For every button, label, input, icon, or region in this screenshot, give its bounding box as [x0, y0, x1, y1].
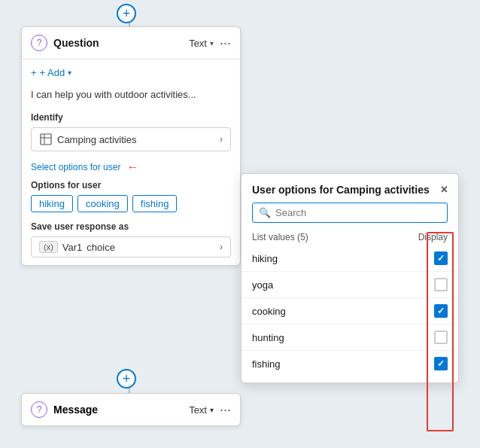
- identify-row[interactable]: Camping activities ›: [31, 127, 231, 151]
- chevron-right-icon: ›: [220, 134, 223, 145]
- options-label: Options for user: [31, 180, 231, 190]
- message-card-icon: ?: [31, 401, 47, 418]
- more-options-button[interactable]: ···: [220, 36, 231, 50]
- identify-inner: Camping activities: [39, 133, 137, 146]
- identify-label: Identify: [31, 112, 231, 123]
- checkbox-yoga[interactable]: [434, 278, 448, 291]
- add-icon: +: [31, 67, 37, 78]
- svg-rect-0: [41, 134, 51, 145]
- card-header: ? Question Text ▾ ···: [22, 27, 240, 59]
- options-tags: hiking cooking fishing: [31, 195, 231, 212]
- item-name-hiking: hiking: [252, 253, 278, 264]
- message-type-label: Text: [189, 404, 207, 416]
- close-button[interactable]: ×: [441, 183, 448, 197]
- checkbox-fishing[interactable]: ✓: [434, 357, 448, 370]
- var-name: Var1: [62, 242, 83, 253]
- display-label: Display: [418, 232, 448, 242]
- checkmark-icon: ✓: [437, 253, 445, 264]
- checkbox-hiking[interactable]: ✓: [434, 251, 448, 265]
- item-name-hunting: hunting: [252, 332, 284, 343]
- add-chevron-icon: ▾: [68, 69, 71, 77]
- add-button-bottom[interactable]: +: [117, 369, 136, 389]
- plus-icon-top: +: [123, 6, 131, 22]
- checkbox-hunting[interactable]: [434, 331, 448, 344]
- item-name-fishing: fishing: [252, 358, 281, 370]
- search-box[interactable]: 🔍: [252, 203, 448, 223]
- card-header-left: ? Question: [31, 35, 99, 51]
- search-input[interactable]: [275, 207, 441, 218]
- card-body: + + Add ▾ I can help you with outdoor ac…: [22, 59, 240, 265]
- var-badge: (x): [39, 241, 58, 253]
- list-item: fishing ✓: [242, 351, 458, 376]
- save-row[interactable]: (x) Var1 choice ›: [31, 236, 231, 258]
- message-type-selector[interactable]: Text ▾: [189, 404, 214, 416]
- message-more-button[interactable]: ···: [220, 403, 231, 416]
- popup-header: User options for Camping activities ×: [242, 174, 458, 203]
- message-text: I can help you with outdoor activities..…: [31, 86, 231, 103]
- identify-value: Camping activities: [57, 134, 137, 145]
- save-label: Save user response as: [31, 221, 231, 232]
- user-options-popup: User options for Camping activities × 🔍 …: [241, 173, 459, 383]
- message-card: ? Message Text ▾ ···: [21, 393, 241, 426]
- card-type-label: Text: [189, 38, 207, 49]
- popup-title: User options for Camping activities: [252, 184, 430, 196]
- chevron-right-save-icon: ›: [220, 242, 223, 252]
- add-label: + Add: [40, 67, 65, 78]
- list-items: hiking ✓ yoga cooking ✓ hunting: [242, 245, 458, 382]
- question-card: ? Question Text ▾ ··· + + Add ▾ I can he…: [21, 26, 241, 266]
- tag-fishing[interactable]: fishing: [132, 195, 178, 212]
- tag-hiking[interactable]: hiking: [31, 195, 73, 212]
- add-button-top[interactable]: +: [117, 4, 136, 23]
- message-chevron-down-icon: ▾: [210, 406, 214, 414]
- list-item: hiking ✓: [242, 245, 458, 272]
- red-arrow-icon: ←: [126, 160, 138, 174]
- tag-cooking[interactable]: cooking: [77, 195, 128, 212]
- item-name-cooking: cooking: [252, 306, 286, 317]
- message-card-title: Message: [53, 404, 183, 416]
- list-item: hunting: [242, 325, 458, 351]
- list-header: List values (5) Display: [242, 229, 458, 245]
- card-title: Question: [53, 37, 99, 49]
- chevron-down-icon: ▾: [210, 39, 214, 47]
- list-count-label: List values (5): [252, 232, 308, 242]
- card-type-selector[interactable]: Text ▾: [189, 38, 214, 49]
- save-inner: (x) Var1 choice: [39, 241, 115, 253]
- list-item: yoga: [242, 272, 458, 298]
- question-icon: ?: [31, 35, 47, 51]
- select-options-link[interactable]: Select options for user ←: [31, 160, 231, 174]
- list-item: cooking ✓: [242, 298, 458, 325]
- checkmark-icon: ✓: [437, 358, 445, 369]
- save-choice: choice: [87, 242, 115, 253]
- select-link-text: Select options for user: [31, 162, 120, 172]
- plus-icon-bottom: +: [123, 371, 131, 387]
- add-button[interactable]: + + Add ▾: [31, 67, 231, 78]
- checkbox-cooking[interactable]: ✓: [434, 304, 448, 318]
- item-name-yoga: yoga: [252, 279, 273, 291]
- checkmark-icon: ✓: [437, 306, 445, 316]
- search-icon: 🔍: [259, 207, 271, 218]
- table-icon: [39, 133, 53, 146]
